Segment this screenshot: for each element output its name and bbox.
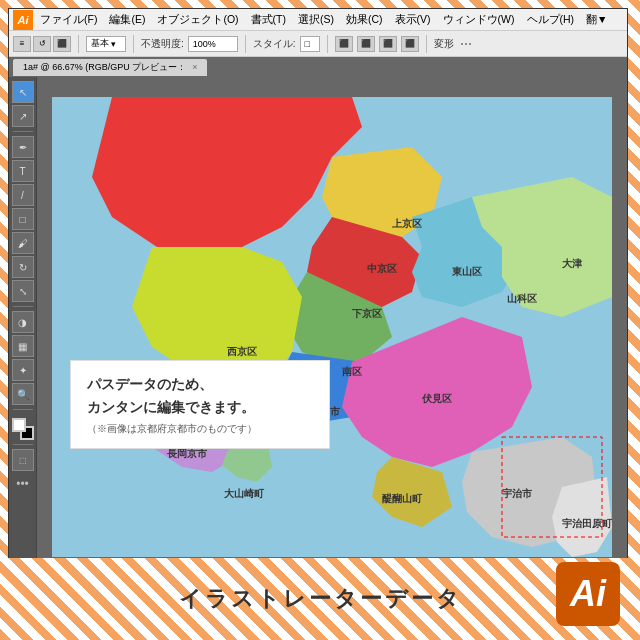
fushimi-label: 伏見区 — [421, 393, 452, 404]
tab-bar: 1a# @ 66.67% (RGB/GPU プレビュー： × — [9, 57, 627, 77]
yamashina-label: 山科区 — [507, 293, 537, 304]
color-swatch[interactable] — [12, 418, 34, 440]
minami-label: 南区 — [342, 366, 362, 377]
menu-window[interactable]: ウィンドウ(W) — [440, 12, 518, 28]
direct-select-tool[interactable]: ↗ — [12, 105, 34, 127]
tab-label: 1a# @ 66.67% (RGB/GPU プレビュー： — [23, 61, 186, 74]
ai-window: Ai ファイル(F) 編集(E) オブジェクト(O) 書式(T) 選択(S) 効… — [8, 8, 628, 578]
oyamazaki-label: 大山崎町 — [223, 488, 265, 499]
menu-select[interactable]: 選択(S) — [295, 12, 337, 28]
align-btn-3[interactable]: ⬛ — [379, 36, 397, 52]
daigo-label: 醍醐山町 — [382, 493, 423, 504]
menu-help[interactable]: ヘルプ(H) — [524, 12, 578, 28]
banner-ai-logo: Ai — [556, 562, 620, 626]
opacity-field[interactable]: 100% — [188, 36, 238, 52]
extra-tools[interactable]: ••• — [14, 477, 31, 491]
shimogyo-label: 下京区 — [352, 308, 382, 319]
toolbar-btn-2[interactable]: ↺ — [33, 36, 51, 52]
separator-4 — [327, 35, 328, 53]
ujitawara-label: 宇治田原町 — [562, 517, 612, 529]
view-label: 変形 — [434, 37, 454, 51]
menu-bar: Ai ファイル(F) 編集(E) オブジェクト(O) 書式(T) 選択(S) 効… — [9, 9, 627, 31]
higashiyama-label: 東山区 — [452, 266, 482, 277]
description-main: パスデータのため、カンタンに編集できます。 — [87, 373, 313, 418]
brush-tool[interactable]: 🖌 — [12, 232, 34, 254]
otsu-label: 大津 — [561, 258, 583, 269]
style-label: スタイル: — [253, 37, 296, 51]
nagaokakyo-label: 長岡京市 — [167, 448, 208, 459]
menu-file[interactable]: ファイル(F) — [37, 12, 100, 28]
blend-tool[interactable]: ◑ — [12, 311, 34, 333]
nishikyo-label: 西京区 — [227, 346, 257, 357]
menu-edit[interactable]: 編集(E) — [106, 12, 148, 28]
description-sub: （※画像は京都府京都市のものです） — [87, 422, 313, 436]
tool-sep-4 — [13, 444, 33, 445]
banner-title: イラストレーターデータ — [179, 584, 462, 614]
opacity-label: 不透明度: — [141, 37, 184, 51]
rotate-tool[interactable]: ↻ — [12, 256, 34, 278]
pen-tool[interactable]: ✒ — [12, 136, 34, 158]
toolbar-mode: 基本 ▾ — [86, 36, 126, 52]
mode-label: 基本 — [91, 37, 109, 50]
style-box: □ — [305, 39, 310, 49]
menu-extra[interactable]: 翻▼ — [583, 12, 610, 28]
menu-format[interactable]: 書式(T) — [248, 12, 289, 28]
nakagyo-label: 中京区 — [367, 263, 397, 274]
tool-sep-1 — [13, 131, 33, 132]
uji-label: 宇治市 — [502, 487, 533, 499]
gradient-tool[interactable]: ▦ — [12, 335, 34, 357]
ai-logo-icon: Ai — [13, 10, 33, 30]
line-tool[interactable]: / — [12, 184, 34, 206]
banner-ai-text: Ai — [570, 573, 606, 615]
tool-sep-3 — [13, 409, 33, 410]
tab-close-btn[interactable]: × — [192, 62, 197, 72]
document-tab[interactable]: 1a# @ 66.67% (RGB/GPU プレビュー： × — [13, 59, 207, 76]
align-btn-2[interactable]: ⬛ — [357, 36, 375, 52]
align-btn-4[interactable]: ⬛ — [401, 36, 419, 52]
main-container: Ai ファイル(F) 編集(E) オブジェクト(O) 書式(T) 選択(S) 効… — [0, 0, 640, 640]
separator-2 — [133, 35, 134, 53]
description-box: パスデータのため、カンタンに編集できます。 （※画像は京都府京都市のものです） — [70, 360, 330, 449]
kamigyo-label: 上京区 — [392, 218, 422, 229]
select-tool[interactable]: ↖ — [12, 81, 34, 103]
tool-sep-2 — [13, 306, 33, 307]
zoom-tool[interactable]: 🔍 — [12, 383, 34, 405]
align-btn-1[interactable]: ⬛ — [335, 36, 353, 52]
separator-3 — [245, 35, 246, 53]
separator-1 — [78, 35, 79, 53]
toolbox: ↖ ↗ ✒ T / □ 🖌 ↻ ⤡ ◑ ▦ ✦ 🔍 — [9, 77, 37, 577]
bottom-banner: イラストレーターデータ Ai — [0, 558, 640, 640]
opacity-value: 100% — [193, 39, 216, 49]
style-field[interactable]: □ — [300, 36, 320, 52]
canvas-wrapper: 大津 上京区 中京区 下京区 東山区 山科区 西京区 南区 向日市 伏見区 長岡… — [37, 77, 627, 577]
more-btn[interactable]: ⋯ — [458, 37, 474, 51]
rect-tool[interactable]: □ — [12, 208, 34, 230]
canvas-area: ↖ ↗ ✒ T / □ 🖌 ↻ ⤡ ◑ ▦ ✦ 🔍 — [9, 77, 627, 577]
separator-5 — [426, 35, 427, 53]
scale-tool[interactable]: ⤡ — [12, 280, 34, 302]
menu-view[interactable]: 表示(V) — [392, 12, 434, 28]
eyedropper-tool[interactable]: ✦ — [12, 359, 34, 381]
kyoto-map-svg: 大津 上京区 中京区 下京区 東山区 山科区 西京区 南区 向日市 伏見区 長岡… — [52, 97, 612, 557]
menu-items: ファイル(F) 編集(E) オブジェクト(O) 書式(T) 選択(S) 効果(C… — [37, 12, 610, 28]
mode-arrow: ▾ — [111, 39, 116, 49]
fg-color — [12, 418, 26, 432]
canvas-document[interactable]: 大津 上京区 中京区 下京区 東山区 山科区 西京区 南区 向日市 伏見区 長岡… — [52, 97, 612, 557]
menu-object[interactable]: オブジェクト(O) — [154, 12, 241, 28]
toolbar-btn-3[interactable]: ⬛ — [53, 36, 71, 52]
mode-dropdown[interactable]: 基本 ▾ — [86, 36, 126, 52]
toolbar-left: ≡ ↺ ⬛ — [13, 36, 71, 52]
toolbar-btn-1[interactable]: ≡ — [13, 36, 31, 52]
toolbar: ≡ ↺ ⬛ 基本 ▾ 不透明度: 100% スタイル: □ ⬛ — [9, 31, 627, 57]
type-tool[interactable]: T — [12, 160, 34, 182]
menu-effect[interactable]: 効果(C) — [343, 12, 386, 28]
screen-mode[interactable]: ⬚ — [12, 449, 34, 471]
